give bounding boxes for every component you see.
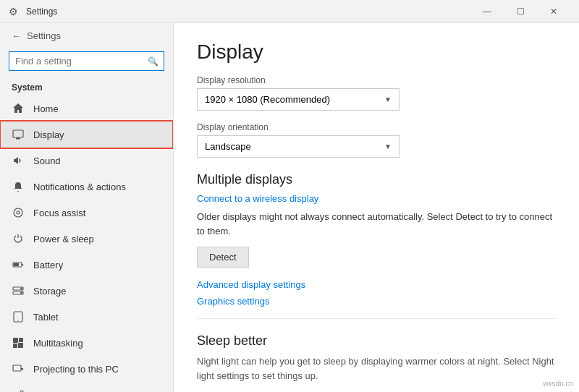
battery-icon	[12, 258, 25, 271]
sidebar-item-home[interactable]: Home	[0, 95, 173, 122]
orientation-dropdown[interactable]: Landscape ▼	[197, 135, 400, 158]
sleep-description: Night light can help you get to sleep by…	[197, 354, 556, 383]
sidebar-item-focus[interactable]: Focus assist	[0, 200, 173, 226]
resolution-label: Display resolution	[197, 75, 556, 85]
search-input[interactable]	[9, 51, 164, 71]
multiple-displays-heading: Multiple displays	[197, 172, 556, 187]
chevron-down-icon: ▼	[384, 95, 392, 103]
svg-rect-17	[13, 365, 21, 371]
divider	[197, 318, 556, 319]
sidebar-item-label: Shared experiences	[33, 390, 117, 393]
content-area: Display Display resolution 1920 × 1080 (…	[174, 23, 579, 392]
svg-rect-13	[13, 338, 18, 343]
sidebar-item-tablet[interactable]: Tablet	[0, 304, 173, 330]
detect-description: Older displays might not always connect …	[197, 210, 556, 238]
display-icon	[12, 128, 25, 141]
advanced-display-link[interactable]: Advanced display settings	[197, 279, 556, 290]
sidebar: ← Settings 🔍 System Home	[0, 23, 174, 392]
sidebar-section-label: System	[0, 77, 173, 95]
back-icon: ←	[12, 30, 21, 41]
sidebar-item-label: Notifications & actions	[33, 182, 126, 192]
focus-icon	[12, 206, 25, 219]
sidebar-item-label: Power & sleep	[33, 234, 94, 244]
sidebar-item-sound[interactable]: Sound	[0, 148, 173, 174]
sidebar-item-battery[interactable]: Battery	[0, 252, 173, 278]
svg-rect-15	[13, 344, 17, 348]
svg-point-4	[17, 211, 20, 214]
maximize-button[interactable]: ☐	[504, 0, 537, 23]
orientation-label: Display orientation	[197, 122, 556, 132]
svg-point-9	[21, 288, 22, 289]
page-title: Display	[197, 41, 556, 64]
sidebar-item-power[interactable]: Power & sleep	[0, 226, 173, 252]
back-label: Settings	[27, 30, 61, 41]
main-container: ← Settings 🔍 System Home	[0, 23, 579, 392]
sleep-heading: Sleep better	[197, 333, 556, 349]
search-box: 🔍	[9, 51, 164, 71]
svg-rect-0	[13, 130, 23, 137]
notifications-icon	[12, 180, 25, 193]
svg-rect-16	[18, 343, 23, 348]
svg-rect-14	[19, 338, 23, 342]
titlebar-title: Settings	[26, 7, 470, 17]
svg-rect-2	[17, 137, 19, 139]
sidebar-item-label: Focus assist	[33, 208, 85, 218]
graphics-settings-link[interactable]: Graphics settings	[197, 296, 556, 307]
sidebar-item-notifications[interactable]: Notifications & actions	[0, 174, 173, 200]
projecting-icon	[12, 362, 25, 375]
svg-point-3	[14, 208, 22, 217]
chevron-down-icon: ▼	[384, 142, 392, 150]
resolution-value: 1920 × 1080 (Recommended)	[205, 94, 330, 105]
sidebar-item-label: Display	[33, 129, 64, 140]
sidebar-item-label: Tablet	[33, 312, 59, 323]
minimize-button[interactable]: —	[470, 0, 504, 23]
watermark: wxsdn.cn	[543, 380, 573, 388]
sound-icon	[12, 154, 25, 167]
search-icon: 🔍	[148, 56, 159, 67]
svg-point-10	[21, 292, 22, 294]
tablet-icon	[12, 310, 25, 323]
sidebar-item-storage[interactable]: Storage	[0, 278, 173, 304]
sidebar-item-display[interactable]: Display	[0, 122, 173, 148]
sidebar-item-label: Sound	[33, 155, 61, 166]
shared-icon	[12, 388, 25, 392]
orientation-value: Landscape	[205, 141, 251, 152]
active-border	[0, 120, 174, 149]
sidebar-item-label: Storage	[33, 286, 67, 297]
window-controls: — ☐ ✕	[470, 0, 570, 23]
close-button[interactable]: ✕	[537, 0, 570, 23]
sidebar-item-label: Projecting to this PC	[33, 364, 119, 375]
sidebar-item-shared[interactable]: Shared experiences	[0, 382, 173, 392]
back-button[interactable]: ← Settings	[0, 23, 173, 48]
detect-button[interactable]: Detect	[197, 247, 249, 268]
multitasking-icon	[12, 336, 25, 349]
storage-icon	[12, 284, 25, 297]
resolution-dropdown[interactable]: 1920 × 1080 (Recommended) ▼	[197, 88, 400, 111]
sidebar-item-label: Multitasking	[33, 338, 83, 349]
wireless-display-link[interactable]: Connect to a wireless display	[197, 193, 556, 204]
settings-icon: ⚙	[9, 6, 20, 17]
titlebar: ⚙ Settings — ☐ ✕	[0, 0, 579, 23]
svg-rect-6	[14, 263, 19, 266]
power-icon	[12, 232, 25, 245]
home-icon	[12, 102, 25, 115]
sidebar-item-label: Battery	[33, 260, 63, 270]
sidebar-item-label: Home	[33, 103, 59, 114]
sidebar-item-projecting[interactable]: Projecting to this PC	[0, 356, 173, 382]
svg-point-12	[17, 320, 18, 320]
sidebar-item-multitasking[interactable]: Multitasking	[0, 330, 173, 356]
